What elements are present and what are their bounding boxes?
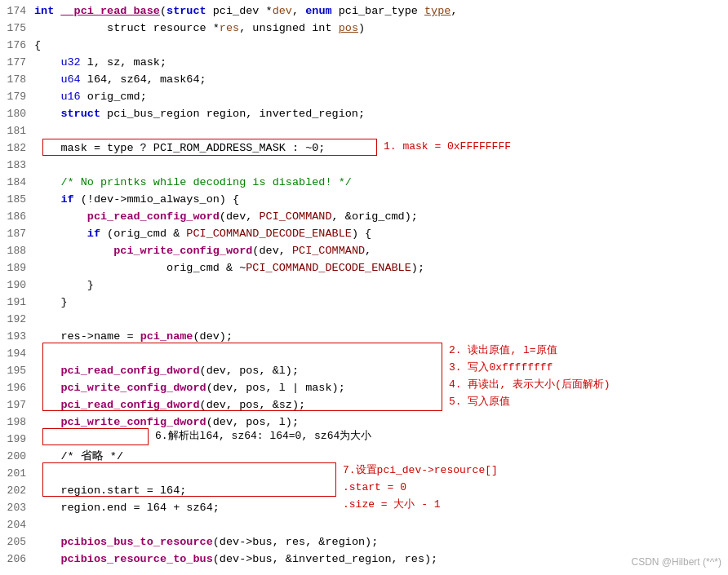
code-line-189: 189 orig_cmd & ~PCI_COMMAND_DECODE_ENABL… <box>0 260 728 277</box>
line-number: 198 <box>0 414 34 431</box>
line-content: pci_write_config_dword(dev, pos, l | mas… <box>34 380 728 397</box>
token: type <box>424 5 451 17</box>
annotation-4: 4. 再读出, 表示大小(后面解析) <box>449 377 610 393</box>
token: u64 <box>60 73 80 86</box>
code-line-195: 195 pci_read_config_dword(dev, pos, &l); <box>0 363 728 380</box>
code-line-174: 174int __pci_read_base(struct pci_dev *d… <box>0 3 728 20</box>
token: pci_read_config_dword <box>60 365 199 377</box>
token <box>34 56 60 69</box>
line-number: 199 <box>0 431 34 448</box>
token: (dev->bus, res, &region); <box>213 536 379 548</box>
line-number: 183 <box>0 157 34 174</box>
annotation-6: 6.解析出l64, sz64: l64=0, sz64为大小 <box>155 428 371 445</box>
watermark: CSDN @Hilbert (*^*) <box>632 555 722 570</box>
line-content: mask = type ? PCI_ROM_ADDRESS_MASK : ~0; <box>34 140 728 157</box>
token: pcibios_bus_to_resource <box>60 536 212 548</box>
token: pos <box>339 22 358 34</box>
line-content: if (orig_cmd & PCI_COMMAND_DECODE_ENABLE… <box>34 226 728 243</box>
line-number: 190 <box>0 277 34 294</box>
code-line-193: 193 res->name = pci_name(dev); <box>0 329 728 346</box>
line-number: 194 <box>0 346 34 362</box>
code-line-185: 185 if (!dev->mmio_always_on) { <box>0 192 728 209</box>
code-line-179: 179 u16 orig_cmd; <box>0 89 728 106</box>
token: region.end = l64 + sz64; <box>34 502 220 514</box>
code-container: 174int __pci_read_base(struct pci_dev *d… <box>0 0 728 572</box>
code-line-180: 180 struct pci_bus_region region, invert… <box>0 106 728 123</box>
code-line-181: 181 <box>0 123 728 140</box>
token: /* 省略 */ <box>34 450 123 462</box>
line-content: pci_write_config_word(dev, PCI_COMMAND, <box>34 243 728 260</box>
token: struct resource * <box>34 22 220 34</box>
token: dev <box>273 5 292 17</box>
code-line-188: 188 pci_write_config_word(dev, PCI_COMMA… <box>0 243 728 260</box>
code-line-204: 204 <box>0 517 728 534</box>
line-content: int __pci_read_base(struct pci_dev *dev,… <box>34 3 728 20</box>
code-line-184: 184 /* No printks while decoding is disa… <box>0 175 728 192</box>
token: int <box>34 5 60 17</box>
token <box>34 553 60 565</box>
code-line-206: 206 pcibios_resource_to_bus(dev->bus, &i… <box>0 551 728 568</box>
token: ) <box>358 22 365 34</box>
line-content: orig_cmd & ~PCI_COMMAND_DECODE_ENABLE); <box>34 260 728 277</box>
line-number: 180 <box>0 106 34 122</box>
token: , unsigned int <box>239 22 339 34</box>
line-number: 203 <box>0 500 34 516</box>
token: (dev->bus, &inverted_region, res); <box>213 553 437 565</box>
line-number: 201 <box>0 466 34 482</box>
line-content: res->name = pci_name(dev); <box>34 329 728 346</box>
token: struct <box>166 5 206 17</box>
token: __pci_read_base <box>60 5 160 17</box>
line-number: 193 <box>0 329 34 345</box>
token: orig_cmd & ~ <box>34 262 246 274</box>
token <box>34 73 60 86</box>
line-number: 206 <box>0 551 34 568</box>
annotation-7b: .start = 0 <box>343 480 406 496</box>
token: , <box>292 5 305 17</box>
line-number: 200 <box>0 449 34 465</box>
code-line-187: 187 if (orig_cmd & PCI_COMMAND_DECODE_EN… <box>0 226 728 243</box>
line-number: 197 <box>0 397 34 414</box>
code-line-192: 192 <box>0 312 728 329</box>
token: (dev, <box>252 245 292 257</box>
annotation-7c: .size = 大小 - 1 <box>343 497 441 513</box>
line-number: 177 <box>0 55 34 71</box>
token <box>34 245 113 257</box>
code-line-186: 186 pci_read_config_word(dev, PCI_COMMAN… <box>0 209 728 226</box>
token <box>34 382 60 394</box>
token: PCI_COMMAND <box>259 210 331 223</box>
line-content: struct resource *res, unsigned int pos) <box>34 20 728 38</box>
line-content: /* No printks while decoding is disabled… <box>34 175 728 192</box>
token: ); <box>411 262 424 274</box>
token: l64, sz64, mask64; <box>81 73 206 86</box>
token: (dev, pos, &l); <box>200 365 300 377</box>
line-content: u64 l64, sz64, mask64; <box>34 72 728 89</box>
token: res <box>220 22 239 34</box>
token <box>34 399 60 411</box>
line-content: pci_read_config_word(dev, PCI_COMMAND, &… <box>34 209 728 226</box>
annotation-1: 1. mask = 0xFFFFFFFF <box>384 139 511 155</box>
line-number: 174 <box>0 3 34 20</box>
code-line-190: 190 } <box>0 277 728 294</box>
line-content: u16 orig_cmd; <box>34 89 728 106</box>
token: , &orig_cmd); <box>332 210 418 223</box>
line-content: pci_read_config_dword(dev, pos, &l); <box>34 363 728 380</box>
token: pci_write_config_word <box>113 245 252 257</box>
token: (!dev->mmio_always_on) { <box>74 193 240 206</box>
annotation-2: 2. 读出原值, l=原值 <box>449 343 557 359</box>
token: u16 <box>60 91 80 103</box>
annotation-7a: 7.设置pci_dev->resource[] <box>343 462 498 479</box>
token: { <box>34 39 41 51</box>
line-content: pci_read_config_dword(dev, pos, &sz); <box>34 397 728 414</box>
line-number: 184 <box>0 175 34 191</box>
token <box>34 176 60 188</box>
token <box>34 416 60 428</box>
token: (dev, pos, l | mask); <box>206 382 345 394</box>
token: (orig_cmd & <box>100 228 186 240</box>
token <box>34 536 60 548</box>
token: (dev, pos, l); <box>206 416 299 428</box>
line-number: 185 <box>0 192 34 208</box>
token: (dev, pos, &sz); <box>200 399 306 411</box>
token: l, sz, mask; <box>81 56 166 69</box>
line-number: 186 <box>0 209 34 225</box>
token: /* No printks while decoding is disabled… <box>60 176 351 188</box>
